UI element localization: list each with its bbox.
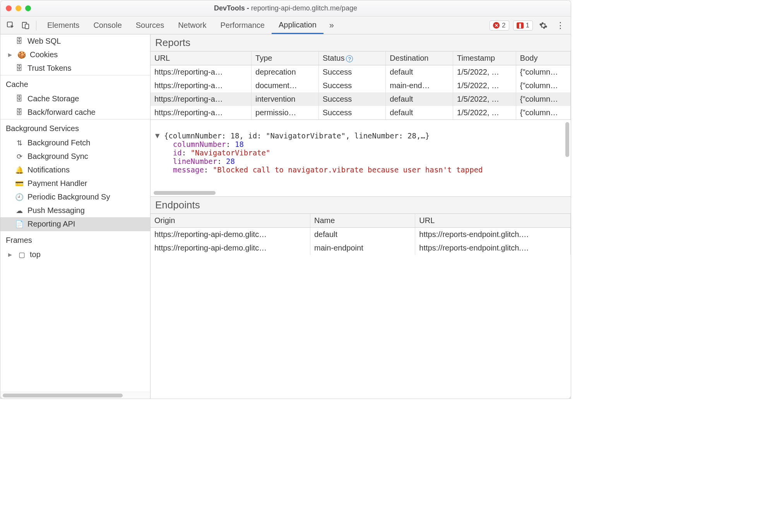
cell-body: {"column… [516,65,570,79]
sidebar-item-reporting-api[interactable]: 📄 Reporting API [0,217,150,231]
sidebar-item-label: Payment Handler [27,179,87,188]
window-controls[interactable] [6,5,31,11]
table-row[interactable]: https://reporting-a…document…Successmain… [151,79,571,92]
sidebar-item-label: top [30,250,41,259]
close-window-button[interactable] [6,5,12,11]
toolbar-separator [36,20,36,31]
prop-value: "NavigatorVibrate" [191,148,270,157]
cell-origin: https://reporting-api-demo.glitc… [151,228,310,242]
table-row[interactable]: https://reporting-a…interventionSuccessd… [151,92,571,106]
endpoints-section-title: Endpoints [151,197,571,214]
sidebar-item-bg-fetch[interactable]: ⇅ Background Fetch [0,136,150,150]
more-tabs-icon[interactable]: » [325,19,338,32]
sidebar-item-push-messaging[interactable]: ☁ Push Messaging [0,204,150,217]
col-timestamp[interactable]: Timestamp [453,51,516,65]
sidebar-item-payment-handler[interactable]: 💳 Payment Handler [0,177,150,190]
cell-name: default [310,228,415,242]
sidebar-item-cookies[interactable]: ▶ 🍪 Cookies [0,48,150,61]
sidebar-item-label: Background Fetch [27,138,90,147]
sidebar-item-notifications[interactable]: 🔔 Notifications [0,163,150,177]
sidebar-item-cache-storage[interactable]: 🗄 Cache Storage [0,92,150,106]
prop-key: lineNumber [173,157,217,165]
cell-body: {"column… [516,79,570,92]
disclosure-triangle-icon[interactable]: ▶ [8,252,14,257]
endpoints-table: Origin Name URL https://reporting-api-de… [151,214,571,255]
kebab-menu-icon[interactable]: ⋮ [554,19,567,32]
tab-elements[interactable]: Elements [40,17,86,34]
cell-ts: 1/5/2022, … [453,92,516,106]
prop-key: id [173,148,182,157]
sidebar-item-label: Reporting API [27,220,75,228]
sidebar-item-bg-sync[interactable]: ⟳ Background Sync [0,150,150,163]
sidebar-item-top-frame[interactable]: ▶ ▢ top [0,248,150,261]
errors-badge[interactable]: ✕ 2 [490,20,509,31]
reports-table: URL Type Status? Destination Timestamp B… [151,51,571,119]
table-row[interactable]: https://reporting-api-demo.glitc…default… [151,228,571,242]
tab-console[interactable]: Console [86,17,128,34]
issue-icon: ❚ [517,22,524,29]
inspector-vscrollbar[interactable] [565,122,569,157]
inspector-hscrollbar[interactable] [154,191,216,195]
tab-sources[interactable]: Sources [129,17,171,34]
reports-header-row: URL Type Status? Destination Timestamp B… [151,51,571,65]
cell-url: https://reporting-a… [151,92,252,106]
sidebar-item-label: Web SQL [27,37,61,46]
database-icon: 🗄 [15,108,24,116]
cell-ts: 1/5/2022, … [453,79,516,92]
sidebar-item-periodic-sync[interactable]: 🕘 Periodic Background Sy [0,190,150,204]
endpoints-empty-area [151,255,571,399]
cell-dest: default [386,65,453,79]
sidebar-item-label: Cache Storage [27,94,79,103]
cell-type: deprecation [252,65,319,79]
content-area: 🗄 Web SQL ▶ 🍪 Cookies 🗄 Trust Tokens Cac… [0,34,571,399]
col-destination[interactable]: Destination [386,51,453,65]
minimize-window-button[interactable] [15,5,21,11]
sidebar-scrollbar[interactable] [0,392,150,399]
col-body[interactable]: Body [516,51,570,65]
cell-url: https://reports-endpoint.glitch.… [415,228,571,242]
device-toolbar-icon[interactable] [19,19,32,32]
col-name[interactable]: Name [310,214,415,228]
sidebar-item-label: Background Sync [27,152,88,161]
table-row[interactable]: https://reporting-a…deprecationSuccessde… [151,65,571,79]
cell-type: intervention [252,92,319,106]
tab-application[interactable]: Application [272,17,324,34]
cell-status: Success [318,106,386,119]
inspector-summary: {columnNumber: 18, id: "NavigatorVibrate… [164,131,430,140]
window-title-url: reporting-api-demo.glitch.me/page [251,4,357,12]
inspect-element-icon[interactable] [4,19,17,32]
sidebar-item-label: Back/forward cache [27,108,96,117]
cell-dest: main-end… [386,79,453,92]
sidebar-item-label: Notifications [27,165,70,174]
report-body-inspector[interactable]: ▼ {columnNumber: 18, id: "NavigatorVibra… [151,119,571,197]
cell-type: permissio… [252,106,319,119]
col-url[interactable]: URL [151,51,252,65]
cell-body: {"column… [516,92,570,106]
cell-status: Success [318,92,386,106]
zoom-window-button[interactable] [25,5,31,11]
tab-network[interactable]: Network [171,17,213,34]
sidebar-item-websql[interactable]: 🗄 Web SQL [0,34,150,48]
sidebar-item-trust-tokens[interactable]: 🗄 Trust Tokens [0,61,150,75]
col-origin[interactable]: Origin [151,214,310,228]
table-row[interactable]: https://reporting-a…permissio…Successdef… [151,106,571,119]
sidebar-item-label: Periodic Background Sy [27,193,110,201]
col-type[interactable]: Type [252,51,319,65]
clock-icon: 🕘 [15,193,24,201]
settings-icon[interactable] [537,19,550,32]
cell-status: Success [318,79,386,92]
sidebar-item-bfcache[interactable]: 🗄 Back/forward cache [0,106,150,119]
cell-url: https://reporting-a… [151,65,252,79]
prop-key: columnNumber [173,140,226,148]
issues-badge[interactable]: ❚ 1 [513,20,533,31]
titlebar: DevTools - reporting-api-demo.glitch.me/… [0,0,571,17]
table-row[interactable]: https://reporting-api-demo.glitc…main-en… [151,241,571,255]
tab-performance[interactable]: Performance [214,17,272,34]
col-url[interactable]: URL [415,214,571,228]
col-status[interactable]: Status? [318,51,386,65]
disclosure-triangle-icon[interactable]: ▶ [8,52,14,58]
main-toolbar: Elements Console Sources Network Perform… [0,17,571,34]
sidebar-group-bgs: Background Services [0,119,150,136]
help-icon[interactable]: ? [346,55,353,62]
disclosure-triangle-icon[interactable]: ▼ [155,131,159,140]
